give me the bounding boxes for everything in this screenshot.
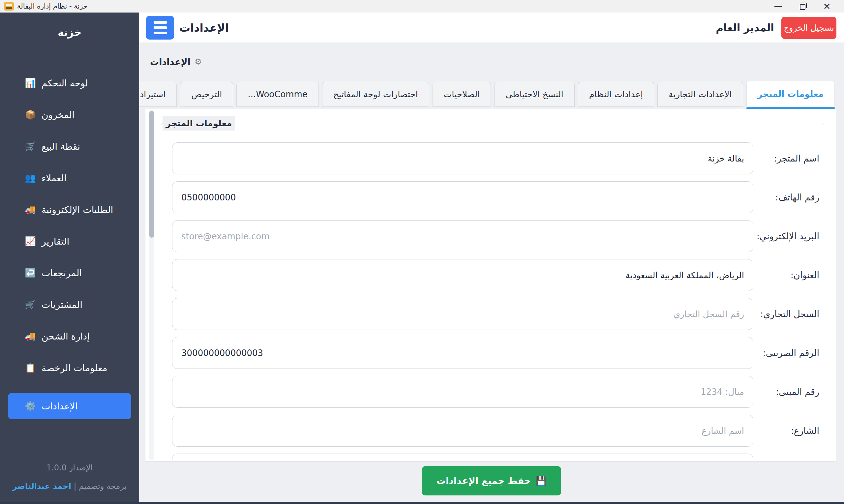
street-field[interactable] xyxy=(172,415,753,447)
customers-icon: 👥 xyxy=(24,173,36,183)
tax-number-field[interactable] xyxy=(172,337,753,369)
save-all-settings-button[interactable]: 💾 حفظ جميع الإعدادات xyxy=(422,466,561,496)
sidebar-footer: الإصدار 1.0.0 برمجة وتصميم | احمد عبدالن… xyxy=(0,463,139,504)
sidebar-item-label: الإعدادات xyxy=(41,401,78,412)
cart-icon: 🛒 xyxy=(24,299,36,310)
groupbox-title: معلومات المتجر xyxy=(163,116,235,130)
sidebar-item-pos[interactable]: 🛒 نقطة البيع xyxy=(8,136,131,157)
sidebar-item-label: معلومات الرخصة xyxy=(41,363,107,374)
return-arrow-icon: ↩️ xyxy=(24,268,36,278)
sidebar-item-inventory[interactable]: 📦 المخزون xyxy=(8,104,131,126)
truck-icon: 🚚 xyxy=(24,331,36,342)
sidebar-nav: 📊 لوحة التحكم 📦 المخزون 🛒 نقطة البيع 👥 ا… xyxy=(0,67,139,424)
phone-field[interactable] xyxy=(172,181,753,213)
tab-business-settings[interactable]: الإعدادات التجارية xyxy=(658,82,743,107)
window-controls: ✕ xyxy=(771,1,840,11)
building-number-row: رقم المبنى: xyxy=(172,376,819,408)
store-name-row: اسم المتجر: xyxy=(172,142,819,174)
email-field[interactable] xyxy=(172,220,753,252)
close-button[interactable]: ✕ xyxy=(820,1,834,11)
save-button-label: حفظ جميع الإعدادات xyxy=(436,475,531,486)
email-row: البريد الإلكتروني: xyxy=(172,220,819,252)
sidebar-item-reports[interactable]: 📈 التقارير xyxy=(8,230,131,252)
sidebar-item-label: التقارير xyxy=(41,236,69,247)
tax-number-label: الرقم الضريبي: xyxy=(758,348,819,358)
building-number-field[interactable] xyxy=(172,376,753,408)
sidebar-item-label: الطلبات الإلكترونية xyxy=(41,204,113,215)
credit-line: برمجة وتصميم | احمد عبدالناصر xyxy=(0,482,139,491)
current-user-label: المدير العام xyxy=(716,13,774,43)
sidebar-item-customers[interactable]: 👥 العملاء xyxy=(8,167,131,189)
sidebar-item-label: المخزون xyxy=(41,109,74,120)
bar-chart-icon: 📊 xyxy=(24,78,36,88)
address-row: العنوان: xyxy=(172,259,819,291)
sidebar-item-license[interactable]: 📋 معلومات الرخصة xyxy=(8,357,131,379)
scrollbar-thumb[interactable] xyxy=(149,111,154,238)
credit-author-link[interactable]: احمد عبدالناصر xyxy=(13,482,71,491)
sidebar-item-purchases[interactable]: 🛒 المشتريات xyxy=(8,294,131,316)
store-info-form: اسم المتجر: رقم الهاتف: البريد الإلكترون… xyxy=(161,123,824,462)
commercial-registry-field[interactable] xyxy=(172,298,753,330)
store-info-groupbox: معلومات المتجر اسم المتجر: رقم الهاتف: ا… xyxy=(161,123,824,462)
settings-tab-bar: معلومات المتجر الإعدادات التجارية إعدادا… xyxy=(100,81,835,109)
footer-band: 💾 حفظ جميع الإعدادات xyxy=(139,462,844,502)
address-field[interactable] xyxy=(172,259,753,291)
tab-keyboard-shortcuts[interactable]: اختصارات لوحة المفاتيح xyxy=(322,82,429,107)
email-label: البريد الإلكتروني: xyxy=(758,231,819,241)
page-title: الإعدادات xyxy=(179,13,229,43)
floppy-disk-icon: 💾 xyxy=(536,476,547,486)
tab-license[interactable]: الترخيص xyxy=(180,82,233,107)
street-label: الشارع: xyxy=(758,426,819,436)
vertical-scrollbar[interactable] xyxy=(149,110,154,460)
sidebar-item-returns[interactable]: ↩️ المرتجعات xyxy=(8,262,131,284)
sidebar-item-label: المشتريات xyxy=(41,299,83,310)
cart-icon: 🛒 xyxy=(24,141,36,151)
window-title: خزنة - نظام إدارة البقالة xyxy=(17,2,88,10)
sidebar-item-online-orders[interactable]: 🚚 الطلبات الإلكترونية xyxy=(8,199,131,220)
tab-system-settings[interactable]: إعدادات النظام xyxy=(578,82,654,107)
breadcrumb-label: الإعدادات xyxy=(150,57,191,67)
package-icon: 📦 xyxy=(24,109,36,120)
partial-field[interactable] xyxy=(172,454,753,462)
address-label: العنوان: xyxy=(758,270,819,280)
sidebar-item-label: لوحة التحكم xyxy=(41,78,88,89)
gear-icon: ⚙ xyxy=(195,57,202,67)
main-content: الإعدادات المدير العام تسجيل الخروج ⚙ ال… xyxy=(139,13,844,504)
credit-prefix: برمجة وتصميم | xyxy=(71,482,127,491)
sidebar-item-label: نقطة البيع xyxy=(41,141,80,152)
street-row: الشارع: xyxy=(172,415,819,447)
tab-woocommerce[interactable]: WooComme... xyxy=(236,82,319,107)
tab-permissions[interactable]: الصلاحيات xyxy=(433,82,491,107)
store-name-label: اسم المتجر: xyxy=(758,153,819,163)
close-icon: ✕ xyxy=(823,2,831,11)
logout-button[interactable]: تسجيل الخروج xyxy=(782,17,837,39)
phone-label: رقم الهاتف: xyxy=(758,192,819,202)
tab-backup[interactable]: النسخ الاحتياطي xyxy=(494,82,574,107)
sidebar-item-label: إدارة الشحن xyxy=(41,331,90,342)
version-label: الإصدار 1.0.0 xyxy=(0,463,139,472)
building-number-label: رقم المبنى: xyxy=(758,386,819,397)
app-header: الإعدادات المدير العام تسجيل الخروج xyxy=(139,13,844,43)
store-info-panel: معلومات المتجر اسم المتجر: رقم الهاتف: ا… xyxy=(145,109,836,462)
sidebar-item-label: العملاء xyxy=(41,173,67,184)
commercial-registry-row: السجل التجاري: xyxy=(172,298,819,330)
sidebar-item-shipping[interactable]: 🚚 إدارة الشحن xyxy=(8,325,131,347)
hamburger-icon xyxy=(154,21,167,24)
partial-row xyxy=(172,454,819,462)
restore-icon xyxy=(800,4,805,10)
sidebar-item-dashboard[interactable]: 📊 لوحة التحكم xyxy=(8,72,131,94)
sidebar-item-label: المرتجعات xyxy=(41,268,82,278)
restore-button[interactable] xyxy=(795,1,810,11)
brand-title: خزنة xyxy=(0,26,139,38)
sidebar-item-settings[interactable]: ⚙️ الإعدادات xyxy=(8,393,131,419)
tab-store-info[interactable]: معلومات المتجر xyxy=(747,81,835,109)
window-bottom-edge xyxy=(0,502,844,504)
chart-up-icon: 📈 xyxy=(24,236,36,247)
gear-icon: ⚙️ xyxy=(24,401,36,411)
breadcrumb: ⚙ الإعدادات xyxy=(150,54,202,70)
clipboard-icon: 📋 xyxy=(24,363,36,373)
minimize-button[interactable] xyxy=(771,1,785,11)
hamburger-menu-button[interactable] xyxy=(146,16,174,39)
store-name-field[interactable] xyxy=(172,142,753,174)
truck-icon: 🚚 xyxy=(24,204,36,215)
